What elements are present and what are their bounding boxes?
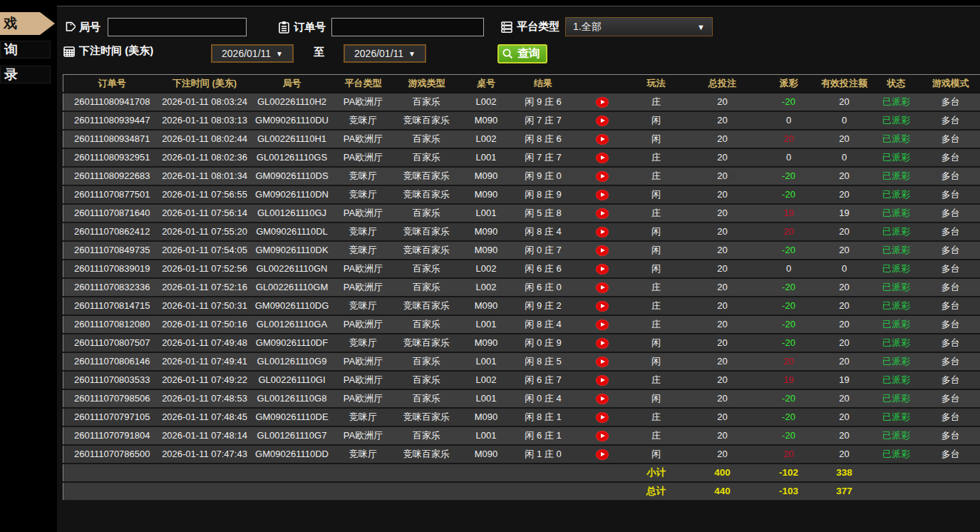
cell-result: 闲 0 庄 7 — [510, 241, 577, 260]
cell-total: 20 — [685, 315, 760, 334]
play-video-icon[interactable] — [596, 208, 609, 219]
table-body: 2601110809417082026-01-11 08:03:24GL0022… — [63, 93, 980, 464]
sidebar-tab-game[interactable]: 戏 — [0, 12, 40, 35]
cell-game: 百家乐 — [391, 93, 463, 111]
cell-payout: -20 — [760, 241, 817, 260]
play-video-icon[interactable] — [596, 412, 609, 423]
cell-valid: 20 — [817, 222, 872, 241]
cell-round: GL002261110GN — [249, 260, 336, 278]
play-video-icon[interactable] — [596, 431, 609, 441]
play-video-icon[interactable] — [596, 375, 609, 386]
table-row: 2601110708775012026-01-11 07:56:55GM0902… — [63, 185, 980, 204]
cell-status: 已派彩 — [872, 167, 922, 185]
play-video-icon[interactable] — [596, 171, 609, 182]
cell-payout: 20 — [760, 222, 817, 241]
cell-mode: 多台 — [922, 167, 980, 185]
date-to-value: 2026/01/11 — [354, 48, 403, 59]
grand-total-valid-bet: 377 — [817, 482, 872, 501]
sidebar-tab-records[interactable]: 录 — [0, 66, 51, 83]
cell-platform: PA欧洲厅 — [336, 352, 391, 371]
cell-table_no: M090 — [463, 334, 510, 352]
cell-game: 竞咪百家乐 — [391, 297, 463, 315]
date-to-picker[interactable]: 2026/01/11 ▼ — [344, 44, 426, 63]
order-number-label: 订单号 — [294, 21, 326, 34]
play-video-icon[interactable] — [596, 245, 609, 256]
cell-platform: 竞咪厅 — [336, 297, 391, 315]
cell-total: 20 — [685, 93, 760, 111]
cell-play — [577, 185, 628, 204]
cell-status: 已派彩 — [872, 241, 922, 260]
platform-type-selected-value: 1.全部 — [573, 21, 602, 34]
play-video-icon[interactable] — [596, 357, 609, 367]
play-video-icon[interactable] — [596, 394, 609, 404]
cell-status: 已派彩 — [872, 371, 922, 389]
play-video-icon[interactable] — [596, 134, 609, 145]
column-header: 结果 — [510, 75, 577, 93]
cell-valid: 20 — [817, 93, 872, 111]
search-button[interactable]: 查询 — [497, 44, 547, 63]
cell-result: 闲 6 庄 6 — [510, 260, 577, 278]
play-video-icon[interactable] — [596, 301, 609, 312]
cell-payout: 20 — [760, 352, 817, 371]
cell-play — [577, 352, 628, 371]
cell-table_no: L001 — [463, 148, 510, 167]
cell-game: 百家乐 — [391, 426, 463, 445]
play-video-icon[interactable] — [596, 227, 609, 237]
chevron-down-icon: ▼ — [276, 50, 283, 58]
round-number-label: 局号 — [79, 21, 100, 34]
cell-game: 百家乐 — [391, 260, 463, 278]
cell-payout: -20 — [760, 278, 817, 297]
play-video-icon[interactable] — [596, 116, 609, 126]
cell-order: 260111080941708 — [63, 93, 161, 111]
cell-game: 百家乐 — [391, 389, 463, 408]
cell-table_no: L002 — [463, 93, 510, 111]
cell-mode: 多台 — [922, 426, 980, 445]
play-video-icon[interactable] — [596, 264, 609, 275]
column-header: 订单号 — [63, 75, 161, 93]
cell-play — [577, 111, 628, 130]
platform-type-select[interactable]: 1.全部 ▼ — [565, 17, 713, 36]
cell-payout: -20 — [760, 334, 817, 352]
cell-valid: 20 — [817, 297, 872, 315]
column-header: 平台类型 — [336, 75, 391, 93]
cell-time: 2026-01-11 08:02:44 — [161, 130, 249, 148]
cell-order: 260111070797105 — [63, 408, 161, 426]
cell-table_no: L001 — [463, 204, 510, 222]
play-video-icon[interactable] — [596, 338, 609, 349]
cell-mode: 多台 — [922, 278, 980, 297]
cell-valid: 19 — [817, 371, 872, 389]
play-video-icon[interactable] — [596, 190, 609, 200]
play-video-icon[interactable] — [596, 97, 609, 108]
cell-table_no: L001 — [463, 352, 510, 371]
cell-round: GL001261110GA — [249, 315, 336, 334]
order-number-input[interactable] — [331, 18, 484, 36]
cell-order: 260111070807507 — [63, 334, 161, 352]
play-video-icon[interactable] — [596, 449, 609, 460]
cell-round: GL002261110H1 — [249, 130, 336, 148]
cell-play — [577, 260, 628, 278]
cell-game: 百家乐 — [391, 315, 463, 334]
table-row: 2601110708075072026-01-11 07:49:48GM0902… — [63, 334, 980, 352]
cell-time: 2026-01-11 07:49:22 — [161, 371, 249, 389]
cell-status: 已派彩 — [872, 260, 922, 278]
cell-status: 已派彩 — [872, 204, 922, 222]
bet-time-label: 下注时间 (美东) — [79, 44, 153, 58]
sidebar-tab-query[interactable]: 询 — [0, 41, 51, 58]
cell-game: 竞咪百家乐 — [391, 445, 463, 464]
play-video-icon[interactable] — [596, 319, 609, 330]
cell-time: 2026-01-11 08:03:13 — [161, 111, 249, 130]
cell-table_no: L002 — [463, 371, 510, 389]
cell-mode: 多台 — [922, 352, 980, 371]
cell-mode: 多台 — [922, 111, 980, 130]
cell-payout: -20 — [760, 426, 817, 445]
cell-round: GM090261110DN — [249, 185, 336, 204]
date-from-picker[interactable]: 2026/01/11 ▼ — [211, 44, 294, 63]
cell-order: 260111080932951 — [63, 148, 161, 167]
cell-valid: 20 — [817, 445, 872, 464]
play-video-icon[interactable] — [596, 282, 609, 293]
play-video-icon[interactable] — [596, 153, 609, 163]
table-header-row: 订单号下注时间 (美东)局号平台类型游戏类型桌号结果玩法总投注派彩有效投注额状态… — [63, 75, 980, 93]
round-number-input[interactable] — [108, 18, 247, 36]
cell-status: 已派彩 — [872, 111, 922, 130]
subtotal-payout: -102 — [760, 464, 817, 482]
